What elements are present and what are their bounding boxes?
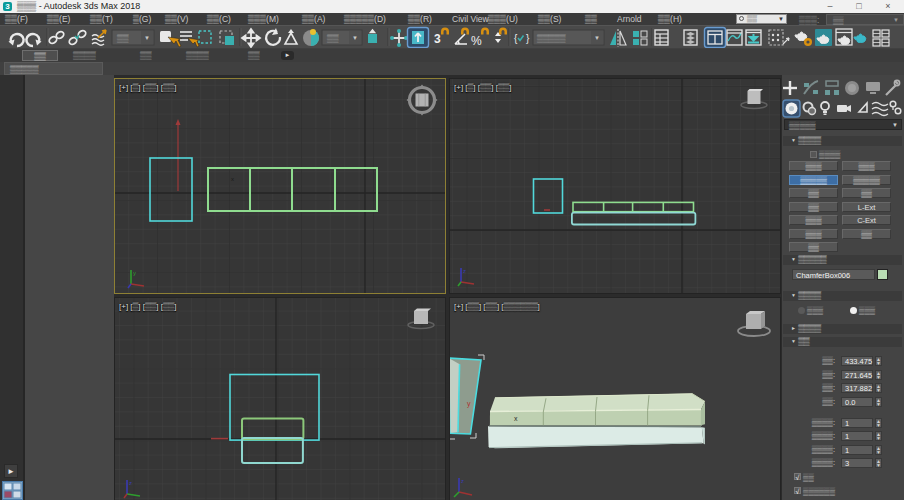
- svg-text:3: 3: [434, 32, 441, 46]
- svg-text:z: z: [461, 478, 464, 484]
- svg-text:▼: ▼: [352, 35, 358, 41]
- svg-text:▒▒: ▒▒: [327, 34, 339, 43]
- svg-text:▒▒: ▒▒: [117, 34, 129, 43]
- svg-text:▒▒▒▒▒: ▒▒▒▒▒: [537, 34, 566, 43]
- svg-text:▼: ▼: [594, 35, 600, 41]
- svg-text:y: y: [467, 400, 471, 408]
- svg-text:}: }: [526, 33, 530, 44]
- svg-text:%: %: [471, 34, 482, 48]
- svg-text:▼: ▼: [144, 35, 150, 41]
- svg-text:x: x: [514, 415, 518, 422]
- svg-text:x: x: [231, 176, 234, 182]
- svg-text:y: y: [133, 270, 136, 276]
- svg-text:z: z: [463, 268, 466, 274]
- svg-text:z: z: [129, 480, 132, 486]
